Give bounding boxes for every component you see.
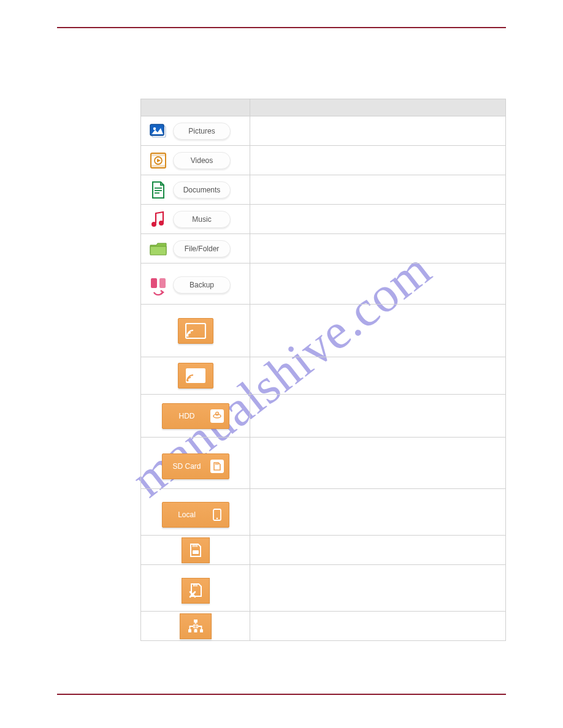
row-hdd: HDD xyxy=(141,395,506,438)
svg-rect-30 xyxy=(196,585,197,586)
desc-videos xyxy=(250,146,506,175)
svg-rect-34 xyxy=(200,629,203,632)
pictures-icon xyxy=(148,121,168,141)
cast-on-button[interactable] xyxy=(178,318,213,344)
svg-rect-24 xyxy=(193,545,194,547)
svg-rect-28 xyxy=(193,585,194,586)
internet-button[interactable] xyxy=(180,613,212,639)
svg-rect-19 xyxy=(215,463,216,465)
svg-rect-21 xyxy=(218,463,218,465)
desc-backup xyxy=(250,264,506,305)
header-desc-col xyxy=(250,99,506,116)
svg-rect-4 xyxy=(151,153,166,156)
hdd-label: HDD xyxy=(167,412,207,420)
svg-rect-7 xyxy=(155,188,162,189)
cast-active-icon xyxy=(185,368,206,384)
music-button[interactable]: Music xyxy=(173,211,231,228)
sd-delete-icon xyxy=(188,582,203,599)
svg-rect-13 xyxy=(159,278,166,288)
svg-rect-20 xyxy=(216,463,217,465)
desc-local xyxy=(250,489,506,536)
row-cast-active xyxy=(141,357,506,395)
backup-icon xyxy=(148,276,168,296)
svg-point-1 xyxy=(153,127,156,129)
filefolder-label: File/Folder xyxy=(185,245,220,253)
row-sdcard: SD Card xyxy=(141,438,506,489)
desc-filefolder xyxy=(250,234,506,264)
folder-icon xyxy=(148,239,168,259)
svg-rect-5 xyxy=(151,165,166,168)
videos-icon xyxy=(148,151,168,170)
svg-rect-31 xyxy=(194,620,197,623)
desc-pictures xyxy=(250,116,506,146)
local-button[interactable]: Local xyxy=(162,502,229,528)
table-header-row xyxy=(141,99,506,116)
documents-icon xyxy=(148,180,168,200)
cast-active-button[interactable] xyxy=(178,363,213,389)
svg-point-11 xyxy=(159,221,164,226)
desc-cast-on xyxy=(250,305,506,357)
sdcard-label: SD Card xyxy=(167,462,207,471)
svg-rect-32 xyxy=(188,629,191,632)
row-local: Local xyxy=(141,489,506,536)
internet-icon xyxy=(187,618,204,634)
header-icon-col xyxy=(141,99,250,116)
svg-rect-12 xyxy=(151,278,157,288)
row-cast-on xyxy=(141,305,506,357)
hdd-button[interactable]: HDD xyxy=(162,403,229,429)
desc-sd-save xyxy=(250,536,506,565)
svg-rect-25 xyxy=(194,545,196,547)
row-filefolder: File/Folder xyxy=(141,234,506,264)
sd-save-button[interactable] xyxy=(182,537,210,563)
desc-hdd xyxy=(250,395,506,438)
row-pictures: Pictures xyxy=(141,116,506,146)
desc-music xyxy=(250,205,506,234)
desc-internet xyxy=(250,612,506,641)
svg-rect-14 xyxy=(186,324,205,338)
sd-delete-button[interactable] xyxy=(182,578,210,604)
desc-cast-active xyxy=(250,357,506,395)
svg-rect-9 xyxy=(155,192,159,194)
backup-button[interactable]: Backup xyxy=(173,276,231,294)
sdcard-button[interactable]: SD Card xyxy=(162,453,229,479)
row-sd-save xyxy=(141,536,506,565)
phone-icon xyxy=(210,508,224,521)
pictures-button[interactable]: Pictures xyxy=(173,123,231,140)
row-documents: Documents xyxy=(141,175,506,205)
sd-save-icon xyxy=(189,542,202,558)
desc-sd-delete xyxy=(250,565,506,612)
desc-documents xyxy=(250,175,506,205)
backup-label: Backup xyxy=(190,281,214,289)
row-music: Music xyxy=(141,205,506,234)
svg-rect-27 xyxy=(193,550,199,554)
icon-description-table: Pictures Videos xyxy=(140,99,506,641)
music-icon xyxy=(148,210,168,229)
cast-on-icon xyxy=(185,323,206,339)
hdd-icon xyxy=(210,409,224,423)
svg-point-23 xyxy=(216,517,218,519)
row-videos: Videos xyxy=(141,146,506,175)
svg-rect-29 xyxy=(194,585,196,586)
pictures-label: Pictures xyxy=(188,127,215,135)
svg-point-15 xyxy=(186,335,188,336)
videos-button[interactable]: Videos xyxy=(173,152,231,169)
svg-rect-26 xyxy=(196,545,197,547)
svg-rect-33 xyxy=(194,629,197,632)
desc-sdcard xyxy=(250,438,506,489)
svg-rect-8 xyxy=(155,190,162,191)
row-sd-delete xyxy=(141,565,506,612)
manual-page: manualshive.com Pictures xyxy=(57,27,506,695)
documents-button[interactable]: Documents xyxy=(173,181,231,199)
videos-label: Videos xyxy=(191,156,213,165)
row-internet xyxy=(141,612,506,641)
sdcard-icon xyxy=(210,460,224,473)
filefolder-button[interactable]: File/Folder xyxy=(173,240,231,257)
row-backup: Backup xyxy=(141,264,506,305)
svg-point-17 xyxy=(186,379,188,381)
documents-label: Documents xyxy=(183,186,221,194)
music-label: Music xyxy=(192,215,211,224)
local-label: Local xyxy=(167,510,207,519)
svg-rect-16 xyxy=(186,368,205,383)
